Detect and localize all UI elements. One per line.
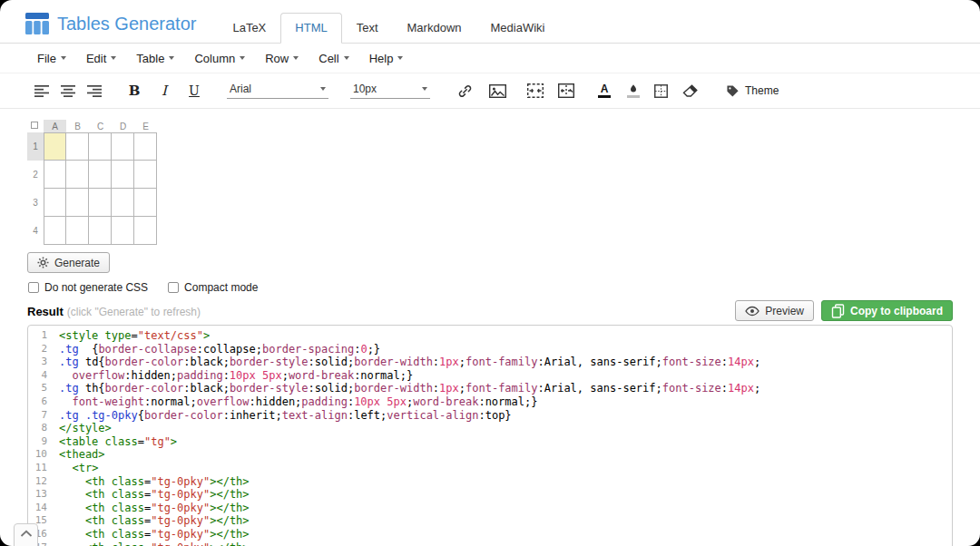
tab-mediawiki[interactable]: MediaWiki xyxy=(476,13,560,44)
copy-to-clipboard-button[interactable]: Copy to clipboard xyxy=(821,300,953,321)
preview-button[interactable]: Preview xyxy=(735,300,814,321)
align-left-button[interactable] xyxy=(33,81,51,101)
code-text: .tg th{border-color:black;border-style:s… xyxy=(59,382,760,395)
grid-cell-a4[interactable] xyxy=(44,217,66,245)
checkbox[interactable] xyxy=(168,282,179,293)
line-number: 4 xyxy=(28,369,59,383)
code-line-16: 16 <th class="tg-0pky"></th> xyxy=(28,528,952,541)
align-center-button[interactable] xyxy=(59,81,77,101)
caret-down-icon xyxy=(61,56,66,60)
grid-cell-c4[interactable] xyxy=(89,217,112,245)
grid-cell-c3[interactable] xyxy=(89,189,112,217)
table-borders-button[interactable] xyxy=(652,81,670,101)
row-header-1[interactable]: 1 xyxy=(27,132,44,161)
menu-column[interactable]: Column xyxy=(184,52,255,65)
tab-text[interactable]: Text xyxy=(342,13,393,44)
code-text: <table class="tg"> xyxy=(59,435,177,449)
generate-label: Generate xyxy=(54,257,100,269)
clear-formatting-button[interactable] xyxy=(681,81,699,101)
bold-button[interactable]: B xyxy=(125,81,143,101)
line-number: 5 xyxy=(28,382,59,395)
checkbox[interactable] xyxy=(28,282,39,293)
grid-cell-a2[interactable] xyxy=(44,161,66,189)
text-color-button[interactable]: A xyxy=(595,81,613,101)
menu-file[interactable]: File xyxy=(27,52,76,65)
option-label: Compact mode xyxy=(184,281,258,294)
menu-table[interactable]: Table xyxy=(126,52,184,65)
theme-button[interactable]: Theme xyxy=(726,84,779,98)
grid-cell-b4[interactable] xyxy=(66,217,89,245)
result-title: Result xyxy=(27,305,64,318)
grid-cell-c1[interactable] xyxy=(89,132,112,161)
grid-cell-d1[interactable] xyxy=(112,132,134,161)
insert-image-button[interactable] xyxy=(488,81,506,101)
column-header-c[interactable]: C xyxy=(89,120,112,132)
code-text: <th class="tg-0pky"></th> xyxy=(59,528,250,541)
grid-cell-b3[interactable] xyxy=(66,189,89,217)
result-heading: Result(click "Generate" to refresh) xyxy=(27,303,201,319)
generate-button[interactable]: Generate xyxy=(27,252,110,273)
option-do-not-generate-css[interactable]: Do not generate CSS xyxy=(28,281,148,294)
app-logo[interactable]: Tables Generator xyxy=(25,13,196,34)
insert-link-button[interactable] xyxy=(456,81,474,101)
gear-icon xyxy=(37,257,49,268)
line-number: 14 xyxy=(28,502,59,515)
code-text: <thead> xyxy=(59,448,105,462)
row-header-4[interactable]: 4 xyxy=(27,217,44,245)
menu-row[interactable]: Row xyxy=(255,52,309,65)
code-text: .tg .tg-0pky{border-color:inherit;text-a… xyxy=(59,409,512,423)
result-row: Result(click "Generate" to refresh) Prev… xyxy=(27,300,953,321)
menu-cell[interactable]: Cell xyxy=(309,52,358,65)
code-line-8: 8</style> xyxy=(28,422,952,435)
code-line-15: 15 <th class="tg-0pky"></th> xyxy=(28,514,952,528)
grid-cell-a1[interactable] xyxy=(44,132,66,161)
menu-edit[interactable]: Edit xyxy=(76,52,126,65)
fill-color-button[interactable] xyxy=(624,81,642,101)
tab-markdown[interactable]: Markdown xyxy=(393,13,476,44)
column-header-d[interactable]: D xyxy=(112,120,134,132)
select-all-checkbox[interactable] xyxy=(31,122,38,129)
copy-label: Copy to clipboard xyxy=(850,305,943,317)
row-header-3[interactable]: 3 xyxy=(27,189,44,217)
grid-cell-e4[interactable] xyxy=(134,217,157,245)
grid-cell-d2[interactable] xyxy=(112,161,134,189)
options-row: Do not generate CSSCompact mode xyxy=(28,281,980,294)
grid-cell-e3[interactable] xyxy=(134,189,157,217)
column-header-a[interactable]: A xyxy=(44,120,66,132)
split-cell-button[interactable] xyxy=(557,81,575,101)
code-text: overflow:hidden;padding:10px 5px;word-br… xyxy=(59,369,413,383)
code-text: .tg td{border-color:black;border-style:s… xyxy=(59,356,760,369)
font-size-select[interactable]: 10px xyxy=(350,83,430,99)
italic-button[interactable]: I xyxy=(155,81,173,101)
theme-label: Theme xyxy=(745,84,779,97)
code-line-2: 2.tg {border-collapse:collapse;border-sp… xyxy=(28,343,952,356)
grid-cell-b2[interactable] xyxy=(66,161,89,189)
grid-cell-a3[interactable] xyxy=(44,189,66,217)
code-text: <tr> xyxy=(59,462,98,475)
code-line-7: 7.tg .tg-0pky{border-color:inherit;text-… xyxy=(28,409,952,423)
scroll-top-button[interactable] xyxy=(14,523,38,546)
grid-cell-d3[interactable] xyxy=(112,189,134,217)
merge-cells-button[interactable] xyxy=(526,81,544,101)
grid-cell-c2[interactable] xyxy=(89,161,112,189)
underline-button[interactable]: U xyxy=(185,81,203,101)
table-borders-icon xyxy=(654,84,668,98)
tab-html[interactable]: HTML xyxy=(280,13,341,44)
grid-cell-d4[interactable] xyxy=(112,217,134,245)
menu-label: File xyxy=(37,52,56,65)
select-all-box[interactable] xyxy=(27,120,44,132)
option-compact-mode[interactable]: Compact mode xyxy=(168,281,258,294)
menu-help[interactable]: Help xyxy=(359,52,414,65)
code-editor[interactable]: 1<style type="text/css">2.tg {border-col… xyxy=(27,325,953,546)
grid-cell-e2[interactable] xyxy=(134,161,157,189)
tab-latex[interactable]: LaTeX xyxy=(218,13,280,44)
column-header-b[interactable]: B xyxy=(66,120,89,132)
align-right-button[interactable] xyxy=(85,81,103,101)
caret-down-icon xyxy=(320,87,326,91)
column-header-e[interactable]: E xyxy=(134,120,157,132)
code-line-1: 1<style type="text/css"> xyxy=(28,329,952,343)
row-header-2[interactable]: 2 xyxy=(27,161,44,189)
grid-cell-b1[interactable] xyxy=(66,132,89,161)
grid-cell-e1[interactable] xyxy=(134,132,157,161)
font-family-select[interactable]: Arial xyxy=(227,83,328,99)
